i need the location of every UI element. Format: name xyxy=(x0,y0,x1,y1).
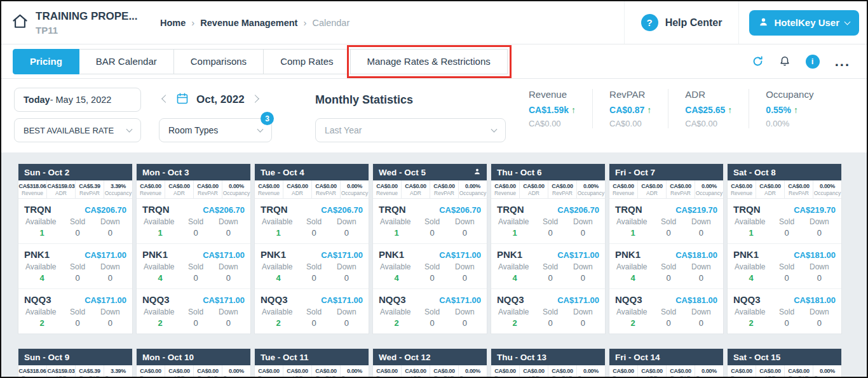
room-down: Down0 xyxy=(685,262,717,283)
monthly-statistics-heading: Monthly Statistics xyxy=(315,88,506,112)
next-month-icon[interactable] xyxy=(251,95,259,103)
room-row[interactable]: PNK1CA$181.00Available4Sold0Down0 xyxy=(728,244,841,289)
day-stat-cell: 0.00%Occupancy xyxy=(813,365,841,377)
room-rate[interactable]: CA$171.00 xyxy=(321,295,363,305)
room-rate[interactable]: CA$206.70 xyxy=(203,205,245,215)
room-down-count: 0 xyxy=(567,228,599,238)
room-rate[interactable]: CA$171.00 xyxy=(557,250,599,260)
today-button[interactable]: Today - May 15, 2022 xyxy=(14,88,141,112)
tab-pricing[interactable]: Pricing xyxy=(13,49,79,74)
room-rate[interactable]: CA$181.00 xyxy=(794,250,836,260)
notifications-bell-icon[interactable] xyxy=(779,55,790,67)
property-code: TP11 xyxy=(36,25,138,36)
room-row[interactable]: TRQNCA$206.70Available1Sold0Down0 xyxy=(491,199,605,244)
room-rate[interactable]: CA$171.00 xyxy=(85,295,126,305)
room-rate[interactable]: CA$181.00 xyxy=(675,295,717,305)
help-center-link[interactable]: ? Help Center xyxy=(624,1,739,44)
room-rate[interactable]: CA$171.00 xyxy=(321,250,363,260)
room-sold-count: 0 xyxy=(534,318,566,328)
day-stat-cell: CA$0.00RevPAR xyxy=(667,365,695,377)
room-rate[interactable]: CA$206.70 xyxy=(321,205,363,215)
room-rate[interactable]: CA$219.70 xyxy=(675,205,717,215)
day-stat-value: CA$0.00 xyxy=(728,183,756,189)
room-sold-label: Sold xyxy=(652,217,684,226)
room-available: Available4 xyxy=(142,262,179,283)
room-row[interactable]: NQQ3CA$171.00Available2Sold0Down0 xyxy=(491,289,605,334)
day-stat-cell: CA$0.00ADR xyxy=(756,180,785,198)
room-row[interactable]: PNK1CA$171.00Available4Sold0Down0 xyxy=(373,244,487,289)
room-available: Available4 xyxy=(733,262,770,283)
room-row[interactable]: PNK1CA$171.00Available4Sold0Down0 xyxy=(137,244,250,289)
room-row[interactable]: PNK1CA$181.00Available4Sold0Down0 xyxy=(609,244,723,289)
home-icon[interactable] xyxy=(11,13,29,32)
room-rate[interactable]: CA$219.70 xyxy=(794,205,836,215)
breadcrumb-revenue-management[interactable]: Revenue Management xyxy=(200,18,297,28)
room-row[interactable]: TRQNCA$219.70Available1Sold0Down0 xyxy=(728,199,841,244)
room-row[interactable]: PNK1CA$171.00Available4Sold0Down0 xyxy=(491,244,605,289)
compare-period-dropdown[interactable]: Last Year xyxy=(315,118,506,142)
monthly-stat-occupancy: Occupancy0.55%↑0.00% xyxy=(749,89,830,128)
monthly-stat-value: CA$1.59k xyxy=(529,105,569,115)
info-icon[interactable]: i xyxy=(806,55,820,69)
tab-bar-calendar[interactable]: BAR Calendar xyxy=(79,49,174,74)
room-row[interactable]: NQQ3CA$181.00Available2Sold0Down0 xyxy=(728,289,841,334)
room-down-label: Down xyxy=(567,262,599,271)
breadcrumb-home[interactable]: Home xyxy=(160,18,186,28)
room-row[interactable]: TRQNCA$219.70Available1Sold0Down0 xyxy=(609,199,723,244)
room-row[interactable]: NQQ3CA$171.00Available2Sold0Down0 xyxy=(373,289,487,334)
rate-plan-value: BEST AVAILABLE RATE xyxy=(24,126,114,135)
room-row[interactable]: NQQ3CA$181.00Available2Sold0Down0 xyxy=(609,289,723,334)
room-row[interactable]: NQQ3CA$171.00Available2Sold0Down0 xyxy=(137,289,250,334)
room-row[interactable]: TRQNCA$206.70Available1Sold0Down0 xyxy=(18,199,132,244)
day-stat-cell: CA$0.00Revenue xyxy=(373,365,402,377)
prev-month-icon[interactable] xyxy=(161,95,170,103)
filter-col-stats: Monthly Statistics Last Year xyxy=(315,88,506,142)
day-stat-label: Occupancy xyxy=(577,375,605,377)
day-stat-value: CA$0.00 xyxy=(609,183,637,189)
room-available-label: Available xyxy=(262,217,297,226)
user-menu-button[interactable]: HotelKey User xyxy=(749,10,859,36)
room-available: Available1 xyxy=(142,217,179,238)
day-stat-label: ADR xyxy=(756,375,784,377)
day-stat-cell: 0.00%Occupancy xyxy=(222,365,250,377)
tab-comparisons[interactable]: Comparisons xyxy=(174,49,264,74)
room-rate[interactable]: CA$206.70 xyxy=(85,205,126,215)
room-available: Available4 xyxy=(497,262,534,283)
room-row[interactable]: PNK1CA$171.00Available4Sold0Down0 xyxy=(18,244,132,289)
day-stat-cell: CA$0.00RevPAR xyxy=(548,365,577,377)
room-row[interactable]: NQQ3CA$171.00Available2Sold0Down0 xyxy=(18,289,132,334)
room-rate[interactable]: CA$171.00 xyxy=(85,250,126,260)
monthly-stat-value: CA$0.87 xyxy=(609,105,644,115)
tab-manage-rates-restrictions[interactable]: Manage Rates & Restrictions xyxy=(351,49,508,74)
room-type-name: NQQ3 xyxy=(497,294,524,305)
room-types-dropdown[interactable]: Room Types 3 xyxy=(159,118,272,142)
room-row[interactable]: TRQNCA$206.70Available1Sold0Down0 xyxy=(137,199,250,244)
day-stat-label: Occupancy xyxy=(695,375,723,377)
room-rate[interactable]: CA$181.00 xyxy=(675,250,717,260)
room-row[interactable]: TRQNCA$206.70Available1Sold0Down0 xyxy=(373,199,487,244)
calendar-icon[interactable] xyxy=(176,92,189,107)
room-rate[interactable]: CA$181.00 xyxy=(794,295,836,305)
more-options-icon[interactable]: ... xyxy=(835,58,850,65)
room-row[interactable]: NQQ3CA$171.00Available2Sold0Down0 xyxy=(255,289,369,334)
day-stat-value: 0.00% xyxy=(459,368,487,374)
room-down-count: 0 xyxy=(94,273,126,283)
room-down: Down0 xyxy=(449,307,481,328)
room-rate[interactable]: CA$171.00 xyxy=(439,295,481,305)
tab-comp-rates[interactable]: Comp Rates xyxy=(264,49,350,74)
day-stat-cell: 0.00%Occupancy xyxy=(577,180,605,198)
room-rate[interactable]: CA$171.00 xyxy=(203,295,245,305)
day-header: Thu - Oct 13 xyxy=(491,349,605,365)
room-rate[interactable]: CA$206.70 xyxy=(557,205,599,215)
room-available-count: 1 xyxy=(380,228,413,238)
room-row[interactable]: TRQNCA$206.70Available1Sold0Down0 xyxy=(255,199,369,244)
refresh-icon[interactable] xyxy=(752,55,764,67)
room-row[interactable]: PNK1CA$171.00Available4Sold0Down0 xyxy=(255,244,369,289)
room-rate[interactable]: CA$171.00 xyxy=(557,295,599,305)
breadcrumb-separator: › xyxy=(191,17,194,28)
room-rate[interactable]: CA$171.00 xyxy=(203,250,245,260)
rate-plan-dropdown[interactable]: BEST AVAILABLE RATE xyxy=(14,118,141,142)
room-rate[interactable]: CA$206.70 xyxy=(439,205,481,215)
room-available-label: Available xyxy=(498,217,534,226)
room-rate[interactable]: CA$171.00 xyxy=(439,250,481,260)
